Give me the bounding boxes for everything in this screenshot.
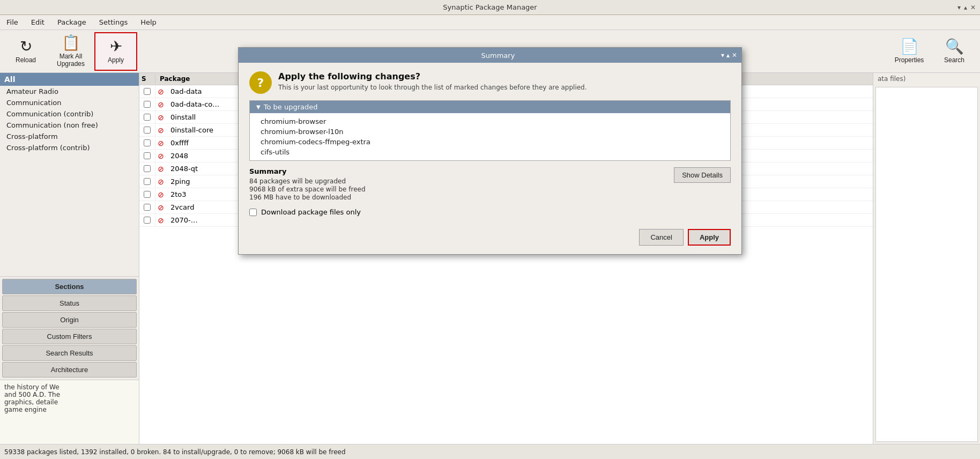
dialog-overlay: Summary ▾ ▴ ✕ ? Apply the following chan… — [0, 15, 980, 459]
upgrade-item-0: chromium-browser — [261, 116, 719, 127]
upgrade-item-1: chromium-browser-l10n — [261, 127, 719, 137]
upgrade-header: ▼ To be upgraded — [250, 101, 730, 113]
upgrade-item-2: chromium-codecs-ffmpeg-extra — [261, 137, 719, 147]
question-text: Apply the following changes? This is you… — [278, 71, 731, 91]
question-icon: ? — [249, 71, 272, 94]
question-subtitle: This is your last opportunity to look th… — [278, 84, 731, 91]
dialog-body: ? Apply the following changes? This is y… — [239, 63, 741, 225]
upgrade-label: To be upgraded — [264, 103, 318, 111]
upgrade-section: ▼ To be upgraded chromium-browser chromi… — [249, 100, 731, 161]
download-only-checkbox[interactable] — [249, 209, 257, 216]
summary-label: Summary — [249, 167, 667, 175]
show-details-button[interactable]: Show Details — [674, 167, 731, 183]
download-only-row: Download package files only — [249, 208, 731, 216]
summary-line-0: 84 packages will be upgraded — [249, 177, 667, 185]
dialog-maximize-button[interactable]: ▴ — [726, 51, 730, 59]
window-controls[interactable]: ▾ ▴ ✕ — [957, 4, 976, 11]
title-bar: Synaptic Package Manager ▾ ▴ ✕ — [0, 0, 980, 15]
dialog-buttons: Cancel Apply — [239, 225, 741, 254]
upgrade-item-3: cifs-utils — [261, 147, 719, 157]
summary-dialog: Summary ▾ ▴ ✕ ? Apply the following chan… — [238, 47, 742, 255]
dialog-close-button[interactable]: ✕ — [732, 51, 737, 59]
apply-button[interactable]: Apply — [688, 229, 731, 246]
dialog-title: Summary — [275, 51, 721, 60]
upgrade-list: chromium-browser chromium-browser-l10n c… — [250, 113, 730, 160]
window-title: Synaptic Package Manager — [443, 3, 537, 11]
dialog-titlebar: Summary ▾ ▴ ✕ — [239, 48, 741, 63]
minimize-button[interactable]: ▾ — [957, 4, 961, 11]
summary-section: Summary 84 packages will be upgraded 906… — [249, 167, 731, 202]
download-only-label: Download package files only — [261, 208, 361, 216]
cancel-button[interactable]: Cancel — [639, 229, 683, 246]
summary-text-block: Summary 84 packages will be upgraded 906… — [249, 167, 667, 202]
close-button[interactable]: ✕ — [970, 4, 976, 11]
summary-line-1: 9068 kB of extra space will be freed — [249, 186, 667, 193]
question-title: Apply the following changes? — [278, 71, 731, 82]
summary-line-2: 196 MB have to be downloaded — [249, 194, 667, 201]
upgrade-arrow-icon: ▼ — [256, 104, 261, 110]
question-row: ? Apply the following changes? This is y… — [249, 71, 731, 94]
dialog-minimize-button[interactable]: ▾ — [721, 51, 724, 59]
maximize-button[interactable]: ▴ — [964, 4, 967, 11]
dialog-controls[interactable]: ▾ ▴ ✕ — [721, 51, 737, 59]
